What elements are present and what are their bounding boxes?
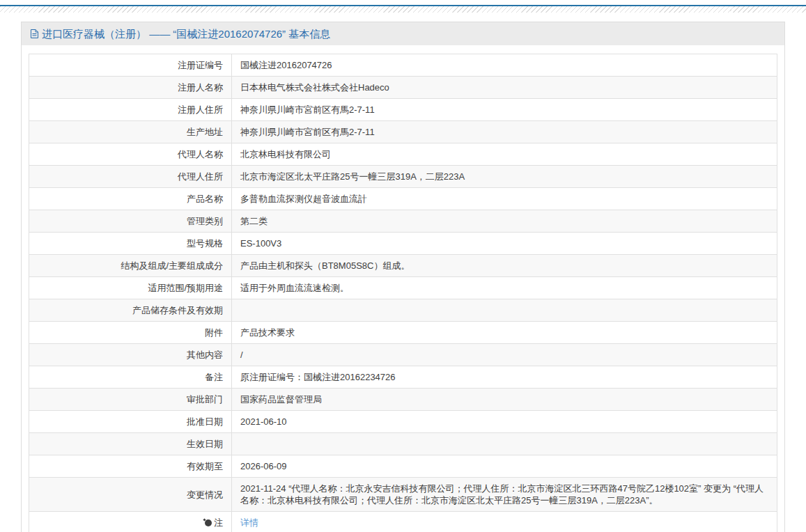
row-value: 北京林电科技有限公司 — [232, 143, 777, 166]
row-label: 产品储存条件及有效期 — [29, 299, 232, 322]
detail-link[interactable]: 详情 — [240, 517, 258, 528]
table-row: 其他内容 / — [29, 344, 777, 366]
table-row: 变更情况 2021-11-24 “代理人名称：北京永安吉信科技有限公司；代理人住… — [29, 478, 777, 512]
row-value: 适用于外周血流流速检测。 — [232, 277, 777, 299]
row-label: 注册证编号 — [29, 54, 232, 77]
row-value: 多普勒血流探测仪超音波血流計 — [232, 188, 777, 210]
row-label: 型号规格 — [29, 233, 232, 255]
info-table-wrap: 注册证编号 国械注进20162074726 注册人名称 日本林电气株式会社株式会… — [29, 54, 777, 532]
page-title: 进口医疗器械（注册） —— “国械注进20162074726” 基本信息 — [42, 28, 330, 40]
table-row: 备注 原注册证编号：国械注进20162234726 — [29, 366, 777, 389]
table-row: 产品名称 多普勒血流探测仪超音波血流計 — [29, 188, 777, 210]
row-label: 注 — [29, 512, 232, 532]
row-label: 生效日期 — [29, 433, 232, 455]
table-row: 批准日期 2021-06-10 — [29, 411, 777, 433]
row-label: 代理人名称 — [29, 143, 232, 166]
table-row: 结构及组成/主要组成成分 产品由主机和探头（BT8M05S8C）组成。 — [29, 255, 777, 277]
row-value: 2026-06-09 — [232, 455, 777, 478]
note-icon — [205, 519, 212, 526]
row-label: 产品名称 — [29, 188, 232, 210]
table-row: 附件 产品技术要求 — [29, 322, 777, 344]
table-row: 生效日期 — [29, 433, 777, 455]
table-row: 代理人住所 北京市海淀区北太平庄路25号一幢三层319A，二层223A — [29, 166, 777, 188]
row-value: 日本林电气株式会社株式会社Hadeco — [232, 77, 777, 99]
row-value: 国械注进20162074726 — [232, 54, 777, 77]
row-label: 备注 — [29, 366, 232, 389]
row-value: 神奈川県川崎市宮前区有馬2-7-11 — [232, 99, 777, 121]
row-label: 审批部门 — [29, 389, 232, 411]
row-value: 国家药品监督管理局 — [232, 389, 777, 411]
row-label: 结构及组成/主要组成成分 — [29, 255, 232, 277]
info-table-body: 注册证编号 国械注进20162074726 注册人名称 日本林电气株式会社株式会… — [29, 54, 777, 532]
row-value: 第二类 — [232, 210, 777, 233]
row-label: 注册人住所 — [29, 99, 232, 121]
row-value — [232, 299, 777, 322]
table-row: 注册人住所 神奈川県川崎市宮前区有馬2-7-11 — [29, 99, 777, 121]
row-label: 附件 — [29, 322, 232, 344]
row-label: 其他内容 — [29, 344, 232, 366]
table-row: 适用范围/预期用途 适用于外周血流流速检测。 — [29, 277, 777, 299]
table-row: 型号规格 ES-100V3 — [29, 233, 777, 255]
table-row: 代理人名称 北京林电科技有限公司 — [29, 143, 777, 166]
info-table: 注册证编号 国械注进20162074726 注册人名称 日本林电气株式会社株式会… — [29, 54, 777, 532]
row-value: / — [232, 344, 777, 366]
table-row: 产品储存条件及有效期 — [29, 299, 777, 322]
row-label: 生产地址 — [29, 121, 232, 143]
row-value: ES-100V3 — [232, 233, 777, 255]
row-label: 变更情况 — [29, 478, 232, 512]
table-row: 有效期至 2026-06-09 — [29, 455, 777, 478]
row-label: 管理类别 — [29, 210, 232, 233]
row-value: 2021-11-24 “代理人名称：北京永安吉信科技有限公司；代理人住所：北京市… — [232, 478, 777, 512]
row-label: 有效期至 — [29, 455, 232, 478]
row-value: 详情 — [232, 512, 777, 532]
table-row: 审批部门 国家药品监督管理局 — [29, 389, 777, 411]
row-label: 代理人住所 — [29, 166, 232, 188]
document-icon — [30, 29, 39, 39]
table-row: 管理类别 第二类 — [29, 210, 777, 233]
row-value: 产品由主机和探头（BT8M05S8C）组成。 — [232, 255, 777, 277]
registration-info-panel: 进口医疗器械（注册） —— “国械注进20162074726” 基本信息 注册证… — [21, 22, 785, 532]
hatch-decoration-band — [0, 6, 806, 13]
table-row: 生产地址 神奈川県川崎市宮前区有馬2-7-11 — [29, 121, 777, 143]
row-label: 注册人名称 — [29, 77, 232, 99]
row-value — [232, 433, 777, 455]
row-value: 北京市海淀区北太平庄路25号一幢三层319A，二层223A — [232, 166, 777, 188]
row-value: 产品技术要求 — [232, 322, 777, 344]
table-row: 注册证编号 国械注进20162074726 — [29, 54, 777, 77]
row-label: 适用范围/预期用途 — [29, 277, 232, 299]
table-row: 注 详情 — [29, 512, 777, 532]
row-value: 神奈川県川崎市宮前区有馬2-7-11 — [232, 121, 777, 143]
panel-header: 进口医疗器械（注册） —— “国械注进20162074726” 基本信息 — [22, 22, 784, 45]
row-value: 2021-06-10 — [232, 411, 777, 433]
row-value: 原注册证编号：国械注进20162234726 — [232, 366, 777, 389]
row-label: 批准日期 — [29, 411, 232, 433]
table-row: 注册人名称 日本林电气株式会社株式会社Hadeco — [29, 77, 777, 99]
